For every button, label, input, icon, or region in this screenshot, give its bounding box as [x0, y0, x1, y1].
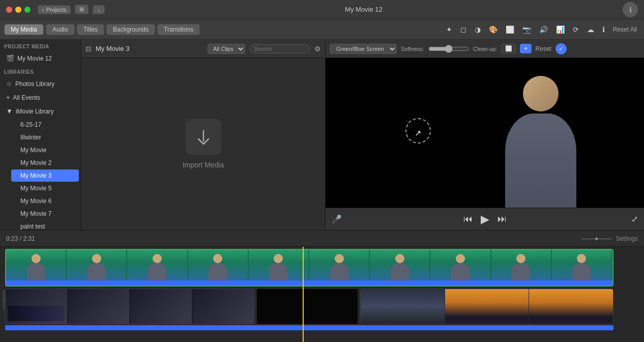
- transform-icon[interactable]: ⬜: [503, 23, 517, 36]
- sidebar-item-my-movie-3[interactable]: My Movie 3: [11, 169, 79, 182]
- timeline-area: 0:23 / 2:31 ——●—— Settings ⋮: [0, 230, 644, 342]
- play-button[interactable]: ▶: [481, 213, 489, 226]
- camera-icon[interactable]: 📷: [519, 23, 534, 36]
- fullscreen-button[interactable]: ⤢: [631, 214, 638, 224]
- sidebar-item-label: iMovie Library: [16, 108, 54, 115]
- sidebar-item-label: paint test: [20, 223, 45, 230]
- sidebar-item-my-movie-2[interactable]: My Movie 2: [11, 157, 79, 169]
- tab-audio[interactable]: Audio: [46, 24, 75, 35]
- fullscreen-button[interactable]: [24, 7, 31, 13]
- libraries-label: LIBRARIES: [0, 65, 81, 77]
- tab-my-media[interactable]: My Media: [4, 24, 44, 35]
- clips-filter-select[interactable]: All Clips: [208, 44, 245, 54]
- sidebar-item-imovie-library[interactable]: ▼ iMovie Library: [2, 105, 79, 118]
- browser-header: ⊟ My Movie 3 All Clips ⚙: [81, 40, 325, 58]
- bg-thumbnail: [6, 289, 68, 324]
- minimize-button[interactable]: [15, 7, 21, 13]
- background-track-segment-1[interactable]: [5, 289, 254, 324]
- track-selection-bar: [6, 280, 612, 287]
- landscape-thumbnail: [361, 289, 445, 324]
- sidebar-item-label: Illwinter: [20, 134, 41, 141]
- track-thumbnail: [370, 250, 430, 280]
- reset-all-button[interactable]: Reset All: [610, 24, 640, 35]
- sidebar-item-6-25-17[interactable]: 6-25-17: [11, 119, 79, 131]
- sidebar-item-label: Photos Library: [15, 80, 54, 88]
- sidebar-item-label: My Movie 2: [20, 159, 51, 166]
- sidebar-item-my-movie-6[interactable]: My Movie 6: [11, 195, 79, 207]
- magic-wand-icon[interactable]: ✦: [443, 23, 455, 36]
- skip-to-start-button[interactable]: ⏮: [463, 214, 473, 224]
- import-media-icon[interactable]: [186, 119, 221, 155]
- plus-icon: +: [6, 94, 10, 101]
- view-toggle-button[interactable]: ⊞: [75, 5, 89, 14]
- timeline-settings-label: Settings: [616, 235, 638, 242]
- audio-icon[interactable]: 🔊: [536, 23, 551, 36]
- search-input[interactable]: [249, 44, 310, 53]
- sidebar-item-my-movie-7[interactable]: My Movie 7: [11, 208, 79, 220]
- bg-thumbnail: [193, 289, 254, 324]
- browser-sidebar-toggle[interactable]: ⊟: [85, 45, 92, 53]
- import-button[interactable]: ↓: [93, 5, 105, 14]
- sidebar-item-label: My Movie 7: [20, 210, 51, 217]
- projects-label: Projects: [46, 7, 67, 13]
- browser-content: Import Media: [81, 58, 325, 230]
- color-wheel-icon[interactable]: 🎨: [486, 23, 501, 36]
- color-correction-icon[interactable]: ◑: [472, 23, 484, 36]
- tab-transitions[interactable]: Transitions: [157, 24, 200, 35]
- sidebar-item-all-events[interactable]: + All Events: [2, 91, 79, 104]
- preview-reset-button[interactable]: Reset: [536, 45, 551, 52]
- chevron-left-icon: ‹: [42, 7, 44, 13]
- skip-to-end-button[interactable]: ⏭: [497, 214, 507, 224]
- bg-thumbnail: [130, 289, 193, 324]
- timeline-zoom-slider: ——●——: [581, 235, 612, 242]
- sidebar-item-label: My Movie 5: [20, 185, 51, 192]
- track-thumbnail: [491, 250, 552, 280]
- sidebar-item-photos-library[interactable]: ☆ Photos Library: [2, 77, 79, 90]
- playhead-head: [301, 247, 306, 248]
- projects-button[interactable]: ‹ Projects: [38, 5, 71, 14]
- sidebar-item-label: All Events: [13, 94, 40, 101]
- overlay-icon[interactable]: ☁: [584, 23, 597, 36]
- preview-toolbar: Green/Blue Screen Softness: Clean-up: ⬜ …: [326, 40, 644, 58]
- imovie-subitems: 6-25-17 Illwinter My Movie My Movie 2 My…: [0, 118, 81, 230]
- info-button[interactable]: ℹ: [623, 2, 638, 17]
- project-media-label: PROJECT MEDIA: [0, 40, 81, 51]
- speedometer-icon[interactable]: ⟳: [570, 23, 582, 36]
- background-track-selection-bar: [5, 325, 613, 330]
- titlebar: ‹ Projects ⊞ ↓ My Movie 12 ℹ: [0, 0, 644, 19]
- softness-label: Softness:: [401, 46, 424, 52]
- softness-slider[interactable]: [428, 45, 469, 53]
- sidebar-item-illwinter[interactable]: Illwinter: [11, 131, 79, 144]
- track-thumbnail: [127, 250, 188, 280]
- sidebar-item-paint-test[interactable]: paint test: [11, 220, 79, 230]
- sidebar-item-my-movie-5[interactable]: My Movie 5: [11, 182, 79, 194]
- main-video-track[interactable]: [5, 249, 613, 287]
- preview-confirm-button[interactable]: ✓: [555, 43, 567, 54]
- track-thumbnail: [430, 250, 491, 280]
- sunset-thumbnail-2: [529, 289, 613, 324]
- close-button[interactable]: [6, 7, 12, 13]
- background-track-row: [5, 289, 613, 326]
- titlebar-left: ‹ Projects ⊞ ↓: [6, 5, 105, 14]
- cleanup-label: Clean-up:: [473, 46, 497, 52]
- sunset-thumbnail: [445, 289, 530, 324]
- browser-panel: ⊟ My Movie 3 All Clips ⚙ Import Media: [81, 40, 326, 230]
- sidebar-item-my-movie[interactable]: My Movie: [11, 144, 79, 156]
- crop-icon[interactable]: ◻: [457, 23, 470, 36]
- equalizer-icon[interactable]: 📊: [553, 23, 568, 36]
- sidebar-item-my-movie-12[interactable]: 🎬 My Movie 12: [2, 52, 79, 65]
- bg-thumbnail: [68, 289, 131, 324]
- tab-titles[interactable]: Titles: [77, 24, 104, 35]
- track-thumbnail: [67, 250, 127, 280]
- tab-backgrounds[interactable]: Backgrounds: [106, 24, 155, 35]
- keying-select[interactable]: Green/Blue Screen: [330, 44, 397, 54]
- cleanup-off-button[interactable]: ⬜: [502, 44, 516, 53]
- browser-settings-button[interactable]: ⚙: [314, 45, 321, 53]
- microphone-button[interactable]: 🎤: [332, 214, 342, 224]
- track-thumbnail: [6, 250, 67, 280]
- cleanup-on-button[interactable]: ✦: [520, 44, 532, 53]
- playhead[interactable]: [303, 247, 304, 342]
- info-tool-icon[interactable]: ℹ: [599, 23, 608, 36]
- background-track-segment-2[interactable]: [360, 289, 613, 324]
- sidebar-item-label: My Movie: [20, 147, 46, 154]
